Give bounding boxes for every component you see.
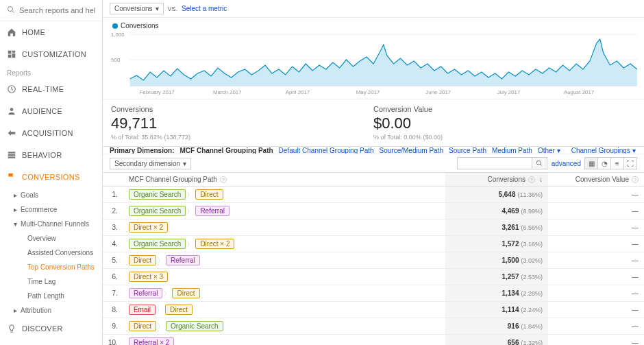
row-path: Direct〉Referral [123, 252, 445, 269]
row-value: — [548, 335, 644, 346]
nav-acquisition[interactable]: ACQUISITION [0, 122, 102, 144]
row-conversions: 916(1.84%) [445, 318, 548, 335]
nav-audience[interactable]: AUDIENCE [0, 100, 102, 122]
nav-home-label: HOME [22, 28, 45, 36]
nav-conversions[interactable]: CONVERSIONS [0, 166, 102, 188]
table-row[interactable]: 4.Organic Search〉Direct × 21,572(3.16%)— [103, 236, 644, 252]
sidebar-search[interactable] [0, 0, 102, 21]
svg-text:August 2017: August 2017 [564, 89, 595, 95]
path-arrow-icon: 〉 [158, 257, 164, 265]
nav-admin[interactable]: ADMIN [0, 340, 102, 345]
svg-rect-8 [8, 152, 16, 153]
table-row[interactable]: 9.Direct〉Organic Search916(1.84%)— [103, 318, 644, 335]
row-index: 8. [103, 302, 123, 318]
flag-icon [7, 172, 16, 182]
col-path-header[interactable]: MCF Channel Grouping Path? [123, 173, 445, 187]
row-index: 9. [103, 318, 123, 335]
row-path: Organic Search〉Direct [123, 187, 445, 203]
row-value: — [548, 285, 644, 302]
svg-text:June 2017: June 2017 [425, 89, 451, 95]
view-pivot-button[interactable]: ⛶ [623, 157, 637, 169]
svg-rect-10 [8, 156, 16, 158]
table-search-input[interactable] [457, 157, 532, 169]
path-arrow-icon: 〉 [187, 207, 193, 216]
channel-tag: Organic Search [166, 321, 223, 331]
conversions-chart: 1,000 500 February 2017March 2017April 2… [110, 31, 637, 96]
legend-label: Conversions [121, 22, 159, 29]
sub-mcf-top-paths[interactable]: Top Conversion Paths [0, 260, 102, 274]
row-conversions: 1,500(3.02%) [445, 252, 548, 269]
sub-goals[interactable]: ▸Goals [0, 188, 102, 202]
table-row[interactable]: 8.Email〉Direct1,114(2.24%)— [103, 302, 644, 318]
row-path: Referral〉Direct [123, 285, 445, 302]
table-row[interactable]: 10.Referral × 2656(1.32%)— [103, 335, 644, 346]
channel-tag: Direct × 2 [195, 239, 234, 249]
table-row[interactable]: 5.Direct〉Referral1,500(3.02%)— [103, 252, 644, 269]
sub-mcf-overview[interactable]: Overview [0, 231, 102, 246]
person-icon [7, 106, 16, 116]
dim-link[interactable]: Medium Path [492, 147, 532, 154]
row-index: 3. [103, 219, 123, 236]
secondary-dimension-dropdown[interactable]: Secondary dimension▾ [110, 158, 191, 169]
row-conversions: 656(1.32%) [445, 335, 548, 346]
nav-realtime[interactable]: REAL-TIME [0, 78, 102, 100]
home-icon [7, 27, 16, 37]
channel-tag: Referral × 2 [129, 337, 175, 345]
channel-tag: Direct [195, 189, 223, 200]
nav-customization[interactable]: CUSTOMIZATION [0, 43, 102, 65]
sub-mcf-path-length[interactable]: Path Length [0, 289, 102, 303]
summary-value-col: Conversion Value $0.00 % of Total: 0.00%… [373, 105, 636, 141]
row-index: 10. [103, 335, 123, 346]
dim-link[interactable]: Default Channel Grouping Path [279, 147, 374, 154]
advanced-link[interactable]: advanced [552, 160, 581, 167]
nav-home[interactable]: HOME [0, 21, 102, 43]
table-row[interactable]: 1.Organic Search〉Direct5,648(11.36%)— [103, 187, 644, 203]
view-table-button[interactable]: ▦ [584, 157, 598, 169]
behavior-icon [7, 150, 16, 160]
dim-link[interactable]: Source Path [449, 147, 486, 154]
select-metric-link[interactable]: Select a metric [182, 5, 227, 12]
row-conversions: 1,114(2.24%) [445, 302, 548, 318]
chart-area: Conversions 1,000 500 February 2017March… [103, 18, 644, 96]
sub-ecommerce[interactable]: ▸Ecommerce [0, 202, 102, 217]
clock-icon [7, 84, 16, 94]
channel-tag: Organic Search [129, 239, 186, 249]
summary-conversions: Conversions 49,711 % of Total: 35.82% (1… [111, 105, 373, 141]
col-conversions-header[interactable]: Conversions?↓ [445, 173, 548, 187]
nav-behavior[interactable]: BEHAVIOR [0, 144, 102, 166]
dim-link[interactable]: Source/Medium Path [380, 147, 443, 154]
path-arrow-icon: 〉 [157, 306, 163, 315]
sub-mcf-assisted[interactable]: Assisted Conversions [0, 246, 102, 260]
view-percentage-button[interactable]: ◔ [597, 157, 611, 169]
summary-value-sub: % of Total: 0.00% ($0.00) [373, 134, 636, 141]
channel-tag: Referral [129, 288, 163, 298]
svg-text:February 2017: February 2017 [139, 89, 175, 95]
svg-text:April 2017: April 2017 [286, 89, 310, 95]
view-performance-button[interactable]: ≡ [610, 157, 624, 169]
summary-conversions-sub: % of Total: 35.82% (138,772) [111, 134, 373, 141]
nav-customization-label: CUSTOMIZATION [22, 50, 86, 58]
sub-mcf-time-lag[interactable]: Time Lag [0, 274, 102, 289]
table-row[interactable]: 7.Referral〉Direct1,134(2.28%)— [103, 285, 644, 302]
table-search-button[interactable] [532, 157, 547, 169]
svg-rect-4 [12, 53, 16, 58]
search-input[interactable] [19, 6, 95, 14]
table-row[interactable]: 3.Direct × 23,261(6.56%)— [103, 219, 644, 236]
table-row[interactable]: 2.Organic Search〉Referral4,469(8.99%)— [103, 203, 644, 219]
table-search [457, 157, 547, 169]
row-path: Organic Search〉Referral [123, 203, 445, 219]
sub-mcf[interactable]: ▾Multi-Channel Funnels [0, 217, 102, 231]
table-row[interactable]: 6.Direct × 31,257(2.53%)— [103, 269, 644, 285]
col-value-header[interactable]: Conversion Value? [548, 173, 644, 187]
primary-dimension-row: Primary Dimension: MCF Channel Grouping … [103, 147, 644, 154]
path-arrow-icon: 〉 [158, 322, 164, 331]
primary-dimension-links: Default Channel Grouping PathSource/Medi… [279, 147, 566, 154]
metric-dropdown[interactable]: Conversions▾ [110, 3, 164, 14]
dim-link[interactable]: Other ▾ [538, 147, 560, 154]
chart-controls: Conversions▾ VS. Select a metric [103, 0, 644, 18]
channel-groupings-link[interactable]: Channel Groupings ▾ [571, 147, 636, 154]
reports-section-label: Reports [0, 65, 102, 78]
sub-attribution[interactable]: ▸Attribution [0, 303, 102, 318]
nav-discover[interactable]: DISCOVER [0, 318, 102, 340]
channel-tag: Direct × 2 [129, 222, 168, 233]
